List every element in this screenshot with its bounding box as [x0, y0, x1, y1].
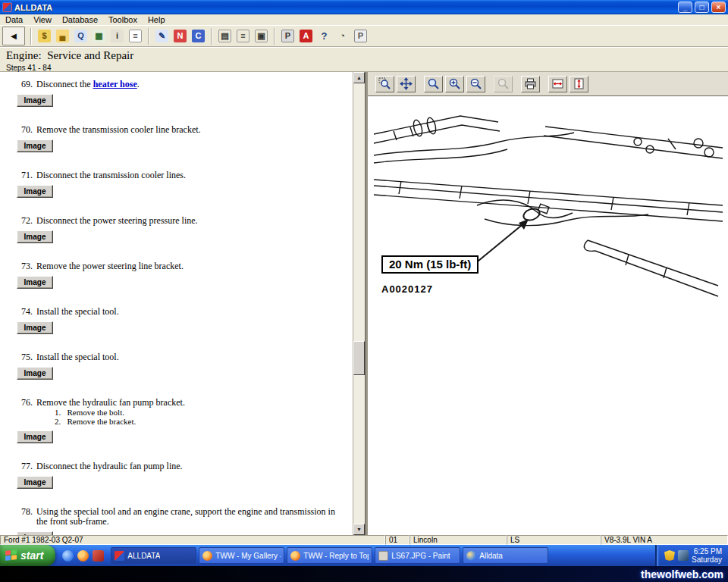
step-number: 69. — [21, 80, 36, 89]
firefox-icon[interactable] — [77, 550, 89, 562]
task-label: ALLDATA — [127, 552, 160, 560]
browser-task-icon — [466, 551, 476, 561]
search-page-icon[interactable]: Q — [72, 27, 89, 45]
pen-icon[interactable]: ✎ — [153, 27, 171, 45]
figure-area: 20 Nm (15 lb-ft) A0020127 — [368, 96, 728, 535]
print-preview-icon-glyph: P — [354, 30, 367, 42]
image-viewer-pane: 20 Nm (15 lb-ft) A0020127 — [368, 72, 728, 535]
page-icon-glyph: ≡ — [129, 30, 142, 42]
task-button-tww-reply[interactable]: TWW - Reply to Topic... — [287, 547, 372, 564]
figure-id: A0020127 — [381, 283, 433, 295]
image-button[interactable]: Image — [17, 321, 53, 334]
image-button[interactable]: Image — [17, 139, 53, 152]
image-button[interactable]: Image — [17, 367, 53, 380]
step-text: Remove the transmission cooler line brac… — [36, 125, 201, 135]
image-button[interactable]: Image — [17, 430, 53, 443]
image-button[interactable]: Image — [17, 276, 53, 289]
history-icon[interactable]: ◔ — [334, 27, 351, 45]
parts-grid-icon[interactable]: ▦ — [90, 27, 108, 45]
step-item: 73. Remove the power steering line brack… — [0, 261, 353, 289]
image-toolbar — [368, 72, 728, 96]
zoom-window-icon[interactable] — [375, 76, 394, 92]
tsb-icon[interactable]: i — [108, 27, 126, 45]
tsb-icon-glyph: i — [111, 30, 124, 42]
windows-logo-icon — [5, 549, 17, 562]
titlebar: ALLDATA _ □ × — [0, 0, 728, 14]
minimize-button[interactable]: _ — [678, 2, 692, 13]
hotkey-icon[interactable]: A — [297, 27, 315, 45]
fit-page-icon[interactable] — [397, 76, 416, 92]
step-text: Remove the power steering line bracket. — [36, 261, 184, 271]
menu-help[interactable]: Help — [143, 14, 171, 25]
left-pane-scrollbar[interactable]: ▲ ▼ — [353, 72, 365, 535]
close-button[interactable]: × — [711, 2, 726, 13]
menu-toolbox[interactable]: Toolbox — [103, 14, 143, 25]
scrollbar-thumb[interactable] — [353, 341, 365, 375]
step-number: 72. — [21, 216, 36, 226]
taskbar: start ALLDATA TWW - My Gallery - M... TW… — [0, 545, 728, 566]
step-number: 71. — [21, 171, 36, 180]
task-button-alldata-web[interactable]: Alldata — [463, 547, 548, 564]
image-view-icon[interactable]: ▣ — [253, 27, 270, 45]
menu-database[interactable]: Database — [57, 14, 103, 25]
fit-width-icon[interactable] — [548, 76, 567, 92]
fit-page-glyph — [400, 77, 413, 90]
menu-data[interactable]: Data — [0, 14, 28, 25]
engine-transmission-diagram — [371, 99, 726, 308]
step-text: Disconnect the hydraulic fan pump line. — [36, 462, 183, 471]
print-preview-icon[interactable]: P — [352, 27, 369, 45]
search-page-icon-glyph: Q — [74, 30, 87, 42]
image-button[interactable]: Image — [17, 476, 53, 489]
alert-shield-icon[interactable] — [664, 550, 675, 561]
print-image-glyph — [524, 77, 537, 90]
new-car-icon[interactable]: N — [171, 27, 189, 45]
parts-grid-icon-glyph: ▦ — [93, 30, 105, 42]
car-icon[interactable]: C — [190, 27, 207, 45]
zoom-in-icon[interactable] — [445, 76, 464, 92]
maximize-button[interactable]: □ — [695, 2, 709, 13]
page-icon[interactable]: ≡ — [127, 27, 144, 45]
step-item: 69. Disconnect the heater hose. Image — [0, 80, 353, 107]
step-substep: 1. Remove the bolt. — [55, 408, 353, 417]
fit-width-glyph — [551, 77, 564, 90]
image-button[interactable]: Image — [17, 94, 53, 107]
scroll-down-icon[interactable]: ▼ — [353, 524, 365, 535]
image-button[interactable]: Image — [17, 230, 53, 243]
folder-icon[interactable]: ▄ — [54, 27, 71, 45]
summary-list-icon[interactable]: ▤ — [216, 27, 234, 45]
task-button-alldata[interactable]: ALLDATA — [111, 547, 196, 564]
detail-list-icon[interactable]: ≡ — [234, 27, 252, 45]
scroll-up-icon[interactable]: ▲ — [353, 72, 365, 83]
internet-explorer-icon[interactable] — [62, 550, 74, 562]
menu-view[interactable]: View — [28, 14, 57, 25]
clock[interactable]: 6:25 PM Saturday — [692, 547, 722, 564]
step-number: 76. — [21, 398, 36, 408]
app-icon[interactable] — [93, 550, 104, 562]
step-text: Using the special tool and an engine cra… — [36, 507, 340, 527]
heater-hose-link[interactable]: heater hose — [93, 79, 137, 89]
coins-icon[interactable]: $ — [36, 27, 53, 45]
step-number: 77. — [21, 462, 36, 471]
back-button[interactable]: ◄ — [2, 27, 25, 45]
print-image-icon[interactable] — [521, 76, 540, 92]
watermark-strip: thewolfweb.com — [0, 566, 728, 582]
steps-list: 69. Disconnect the heater hose. Image 70… — [0, 72, 353, 535]
step-text: Disconnect the power steering pressure l… — [36, 216, 198, 226]
task-button-tww-gallery[interactable]: TWW - My Gallery - M... — [199, 547, 284, 564]
image-button[interactable]: Image — [17, 185, 53, 198]
network-icon[interactable] — [678, 550, 689, 561]
print-icon[interactable]: P — [279, 27, 297, 45]
zoom-dynamic-glyph — [427, 77, 440, 90]
window-title: ALLDATA — [14, 3, 676, 12]
help-icon[interactable]: ? — [315, 27, 333, 45]
fit-height-icon[interactable] — [570, 76, 588, 92]
step-text: Disconnect the transmission cooler lines… — [36, 171, 186, 180]
step-item: 72. Disconnect the power steering pressu… — [0, 216, 353, 243]
system-tray: 6:25 PM Saturday — [655, 545, 728, 566]
start-button[interactable]: start — [0, 545, 55, 566]
menubar: Data View Database Toolbox Help — [0, 14, 728, 25]
task-button-paint[interactable]: LS67.JPG - Paint — [375, 547, 460, 564]
zoom-out-icon[interactable] — [466, 76, 485, 92]
help-icon-glyph: ? — [318, 30, 331, 42]
zoom-dynamic-icon[interactable] — [424, 76, 443, 92]
